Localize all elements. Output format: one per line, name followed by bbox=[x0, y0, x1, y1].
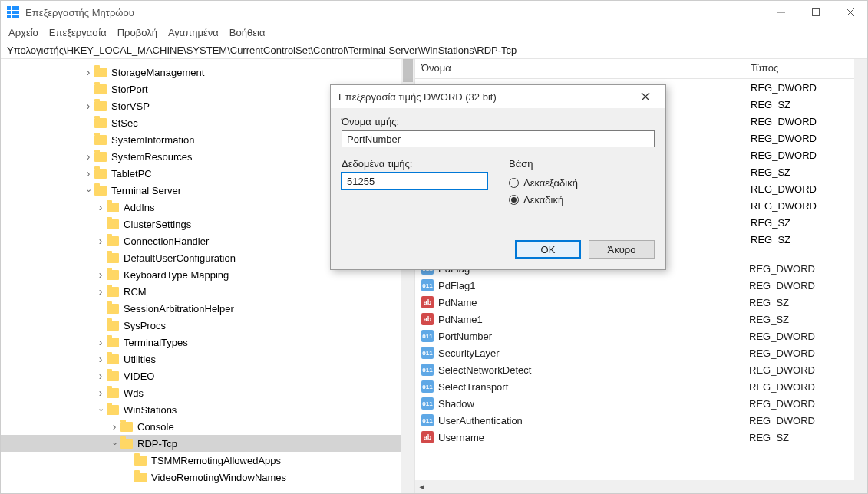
folder-icon bbox=[107, 203, 119, 212]
dialog-titlebar[interactable]: Επεξεργασία τιμής DWORD (32 bit) bbox=[331, 85, 665, 108]
folder-icon bbox=[107, 321, 119, 331]
dialog-close-button[interactable] bbox=[633, 85, 658, 108]
tree-item[interactable]: RCM bbox=[1, 283, 414, 300]
tree-item[interactable]: Console bbox=[1, 418, 414, 435]
tree-item-selected[interactable]: RDP-Tcp bbox=[1, 435, 414, 452]
value-type: REG_DWORD bbox=[751, 150, 817, 166]
folder-icon bbox=[94, 101, 107, 111]
titlebar[interactable]: Επεξεργαστής Μητρώου bbox=[1, 1, 867, 24]
value-row[interactable]: 011PdFlag1REG_DWORD bbox=[415, 277, 867, 294]
value-type: REG_SZ bbox=[749, 314, 789, 325]
tree-item[interactable]: TerminalTypes bbox=[1, 334, 414, 351]
folder-icon bbox=[94, 68, 107, 77]
tree-item[interactable]: WinStations bbox=[1, 401, 414, 418]
folder-icon bbox=[107, 405, 119, 415]
svg-rect-1 bbox=[812, 9, 819, 16]
chevron-right-icon[interactable] bbox=[94, 285, 107, 298]
folder-icon bbox=[107, 236, 119, 246]
value-row[interactable]: abPdNameREG_SZ bbox=[415, 294, 867, 311]
value-name: PdName1 bbox=[438, 314, 749, 325]
string-value-icon: ab bbox=[421, 431, 434, 443]
tree-item[interactable]: VIDEO bbox=[1, 367, 414, 384]
chevron-down-icon[interactable] bbox=[82, 184, 94, 196]
binary-value-icon: 011 bbox=[421, 279, 434, 291]
value-type: REG_DWORD bbox=[751, 82, 817, 99]
value-row[interactable]: 011UserAuthenticationREG_DWORD bbox=[415, 412, 867, 429]
value-row[interactable]: 011SelectNetworkDetectREG_DWORD bbox=[415, 361, 867, 378]
horizontal-scrollbar[interactable]: ◄ ► bbox=[415, 480, 867, 493]
menu-edit[interactable]: Επεξεργασία bbox=[49, 27, 107, 38]
value-name: SelectNetworkDetect bbox=[438, 364, 749, 376]
chevron-right-icon[interactable] bbox=[94, 353, 107, 365]
column-header-type[interactable]: Τύπος bbox=[744, 59, 867, 78]
binary-value-icon: 011 bbox=[421, 397, 434, 410]
value-type: REG_DWORD bbox=[749, 398, 815, 410]
chevron-right-icon[interactable] bbox=[108, 420, 120, 433]
value-name: Username bbox=[438, 432, 749, 443]
chevron-down-icon[interactable] bbox=[108, 437, 120, 450]
string-value-icon: ab bbox=[421, 313, 434, 325]
folder-icon bbox=[107, 371, 119, 381]
value-type: REG_DWORD bbox=[751, 116, 817, 133]
tree-item[interactable]: TSMMRemotingAllowedApps bbox=[1, 452, 414, 469]
scroll-left-icon[interactable]: ◄ bbox=[415, 480, 428, 493]
chevron-right-icon[interactable] bbox=[82, 167, 94, 179]
chevron-right-icon[interactable] bbox=[94, 268, 107, 281]
column-header-name[interactable]: Όνομα bbox=[415, 59, 744, 78]
value-data-label: Δεδομένα τιμής: bbox=[342, 158, 487, 170]
vertical-scrollbar[interactable] bbox=[854, 59, 867, 493]
menu-help[interactable]: Βοήθεια bbox=[229, 27, 266, 38]
value-name: SelectTransport bbox=[438, 381, 749, 393]
value-type: REG_DWORD bbox=[749, 364, 815, 376]
value-row[interactable]: 011SelectTransportREG_DWORD bbox=[415, 378, 867, 395]
chevron-right-icon[interactable] bbox=[94, 387, 107, 399]
tree-item[interactable]: SessionArbitrationHelper bbox=[1, 300, 414, 317]
value-name: PortNumber bbox=[438, 331, 749, 342]
value-type: REG_SZ bbox=[751, 166, 817, 183]
minimize-button[interactable] bbox=[764, 1, 798, 24]
close-button[interactable] bbox=[833, 1, 867, 24]
chevron-right-icon[interactable] bbox=[82, 66, 94, 78]
chevron-right-icon[interactable] bbox=[94, 370, 107, 382]
window-title: Επεξεργαστής Μητρώου bbox=[25, 7, 764, 18]
radio-hexadecimal[interactable]: Δεκαεξαδική bbox=[509, 174, 578, 191]
chevron-right-icon[interactable] bbox=[94, 201, 107, 213]
maximize-button[interactable] bbox=[798, 1, 833, 24]
string-value-icon: ab bbox=[421, 296, 434, 308]
binary-value-icon: 011 bbox=[421, 330, 434, 342]
value-row[interactable]: 011SecurityLayerREG_DWORD bbox=[415, 344, 867, 361]
folder-icon bbox=[107, 287, 119, 297]
value-type: REG_DWORD bbox=[749, 347, 815, 359]
folder-icon bbox=[107, 219, 119, 229]
menu-favorites[interactable]: Αγαπημένα bbox=[168, 27, 219, 38]
regedit-icon bbox=[7, 6, 19, 18]
dialog-title: Επεξεργασία τιμής DWORD (32 bit) bbox=[338, 91, 633, 103]
menu-view[interactable]: Προβολή bbox=[117, 27, 157, 38]
value-row[interactable]: abPdName1REG_SZ bbox=[415, 311, 867, 328]
chevron-right-icon[interactable] bbox=[82, 100, 94, 112]
tree-item[interactable]: VideoRemotingWindowNames bbox=[1, 469, 414, 486]
value-type: REG_DWORD bbox=[749, 280, 815, 291]
cancel-button[interactable]: Άκυρο bbox=[589, 240, 655, 259]
folder-icon bbox=[107, 253, 119, 263]
value-row[interactable]: 011PortNumberREG_DWORD bbox=[415, 328, 867, 344]
tree-item[interactable]: Wds bbox=[1, 384, 414, 401]
folder-icon bbox=[107, 338, 119, 347]
chevron-right-icon[interactable] bbox=[94, 235, 107, 247]
menu-file[interactable]: Αρχείο bbox=[8, 27, 38, 38]
ok-button[interactable]: OK bbox=[515, 240, 581, 259]
value-row[interactable]: 011ShadowREG_DWORD bbox=[415, 395, 867, 412]
tree-item[interactable]: StorageManagement bbox=[1, 64, 414, 81]
address-bar[interactable]: Υπολογιστής\HKEY_LOCAL_MACHINE\SYSTEM\Cu… bbox=[1, 41, 867, 59]
value-data-input[interactable] bbox=[342, 173, 487, 189]
chevron-down-icon[interactable] bbox=[94, 403, 107, 416]
radio-decimal[interactable]: Δεκαδική bbox=[509, 191, 578, 208]
chevron-right-icon[interactable] bbox=[82, 150, 94, 163]
chevron-right-icon[interactable] bbox=[94, 336, 107, 348]
value-name-input[interactable] bbox=[342, 130, 655, 147]
value-name-label: Όνομα τιμής: bbox=[342, 116, 655, 127]
tree-item[interactable]: Utilities bbox=[1, 351, 414, 367]
tree-item[interactable]: SysProcs bbox=[1, 317, 414, 334]
value-row[interactable]: abUsernameREG_SZ bbox=[415, 429, 867, 446]
value-type: REG_DWORD bbox=[751, 133, 817, 150]
